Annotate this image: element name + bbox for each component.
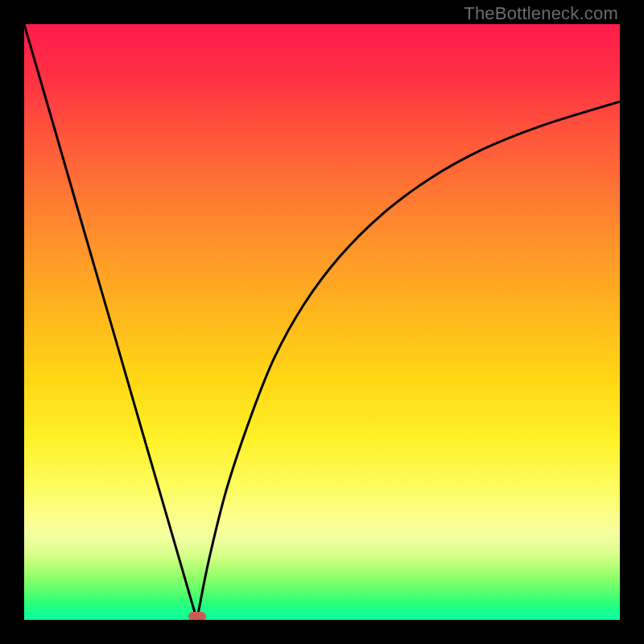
curve-right-branch — [197, 101, 620, 620]
curve-left-branch — [24, 24, 197, 620]
watermark-text: TheBottleneck.com — [464, 3, 618, 24]
curve-svg — [24, 24, 620, 620]
minimum-marker — [188, 612, 206, 620]
plot-area — [24, 24, 620, 620]
